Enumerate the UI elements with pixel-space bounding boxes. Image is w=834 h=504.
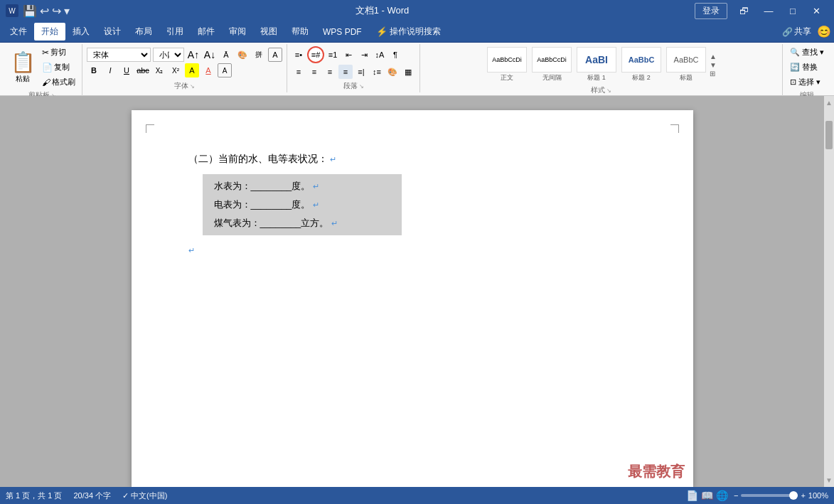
style-heading2[interactable]: AaBbC 标题 2: [620, 45, 663, 84]
select-dropdown-icon[interactable]: ▾: [816, 77, 820, 87]
menu-operations-icon[interactable]: ⚡ 操作说明搜索: [369, 23, 448, 41]
print-layout-icon[interactable]: 📄: [686, 490, 698, 501]
phonetic-icon[interactable]: 拼: [252, 48, 266, 62]
clipboard-sub-buttons: ✂ 剪切 📄 复制 🖌 格式刷: [40, 45, 77, 89]
align-left-button[interactable]: ≡: [292, 65, 306, 79]
language-indicator[interactable]: ✓ 中文(中国): [122, 490, 167, 501]
document-page[interactable]: （二）当前的水、电等表状况： ↵ 水表为：________度。 ↵ 电表为：__…: [132, 110, 693, 487]
copy-button[interactable]: 📄 复制: [40, 60, 77, 74]
sort-button[interactable]: ↕A: [373, 48, 387, 62]
close-button[interactable]: ✕: [806, 3, 828, 18]
shading-button[interactable]: 🎨: [385, 65, 400, 79]
content-block[interactable]: 水表为：________度。 ↵ 电表为：________度。 ↵ 煤气表为：_…: [203, 174, 402, 235]
cut-button[interactable]: ✂ 剪切: [40, 45, 77, 59]
save-qs-icon[interactable]: 💾: [23, 4, 37, 18]
border-font-icon[interactable]: A: [268, 48, 282, 62]
styles-scroll-up[interactable]: ▲: [710, 53, 717, 60]
menu-home[interactable]: 开始: [34, 23, 65, 41]
menu-view[interactable]: 视图: [253, 23, 284, 41]
zoom-slider[interactable]: [741, 494, 798, 497]
zoom-slider-thumb[interactable]: [789, 491, 798, 500]
scroll-thumb[interactable]: [825, 121, 833, 149]
bullets-button[interactable]: ≡•: [292, 48, 306, 62]
distributed-button[interactable]: ≡|: [354, 65, 368, 79]
style-heading1[interactable]: AaBI 标题 1: [575, 45, 618, 84]
highlight-button[interactable]: A: [185, 63, 199, 77]
redo-qs-icon[interactable]: ↪: [52, 4, 61, 18]
find-dropdown-icon[interactable]: ▾: [820, 48, 824, 57]
zoom-out-icon[interactable]: −: [734, 491, 738, 500]
copy-icon: 📄: [42, 63, 53, 73]
paragraph-expand-icon[interactable]: ↘: [359, 83, 364, 90]
numbering-button[interactable]: ≡1: [326, 48, 340, 62]
subscript-button[interactable]: X₂: [152, 63, 166, 77]
login-button[interactable]: 登录: [695, 3, 727, 19]
superscript-button[interactable]: X²: [169, 63, 183, 77]
edit-controls: 🔍 查找 ▾ 🔄 替换 ⊡ 选择 ▾: [787, 45, 827, 89]
menu-review[interactable]: 审阅: [222, 23, 253, 41]
menu-help[interactable]: 帮助: [284, 23, 316, 41]
menu-references[interactable]: 引用: [159, 23, 191, 41]
font-controls: 宋体 小四 A↑ A↓ Ā 🎨 拼 A B I: [87, 48, 282, 77]
share-button[interactable]: 🔗 共享: [782, 26, 811, 38]
menu-insert[interactable]: 插入: [65, 23, 97, 41]
word-app-icon: W: [6, 4, 18, 17]
paste-button[interactable]: 📋 粘贴: [7, 49, 38, 86]
replace-button[interactable]: 🔄 替换: [787, 60, 827, 74]
document-scroll[interactable]: （二）当前的水、电等表状况： ↵ 水表为：________度。 ↵ 电表为：__…: [0, 96, 824, 487]
para-row1: ≡• ≡# ≡1 ⇤ ⇥ ↕A ¶: [292, 46, 415, 63]
style-no-spacing[interactable]: AaBbCcDi 无间隔: [530, 45, 573, 84]
find-button[interactable]: 🔍 查找 ▾: [787, 45, 827, 59]
web-layout-icon[interactable]: 🌐: [716, 490, 728, 501]
style-title-preview: AaBbC: [666, 47, 706, 73]
font-color-icon[interactable]: 🎨: [235, 48, 250, 62]
scroll-up-arrow[interactable]: ▲: [825, 96, 833, 107]
menu-wps-pdf[interactable]: WPS PDF: [316, 24, 369, 40]
underline-button[interactable]: U: [119, 63, 134, 77]
styles-scroll-down[interactable]: ▼: [710, 61, 717, 69]
format-painter-button[interactable]: 🖌 格式刷: [40, 75, 77, 89]
styles-expand[interactable]: ⊞: [710, 70, 717, 77]
qs-customize-icon[interactable]: ▾: [64, 4, 70, 18]
bold-button[interactable]: B: [87, 63, 101, 77]
menu-design[interactable]: 设计: [97, 23, 128, 41]
maximize-button[interactable]: □: [781, 3, 804, 18]
font-shrink-button[interactable]: A↓: [203, 48, 217, 62]
italic-button[interactable]: I: [103, 63, 117, 77]
read-mode-icon[interactable]: 📖: [701, 490, 713, 501]
align-center-button[interactable]: ≡: [307, 65, 321, 79]
style-title[interactable]: AaBbC 标题: [665, 45, 707, 84]
decrease-indent-button[interactable]: ⇤: [341, 48, 355, 62]
menu-search-area: 🔗 共享 😊: [782, 25, 831, 38]
scroll-down-arrow[interactable]: ▼: [825, 476, 833, 487]
font-grow-button[interactable]: A↑: [186, 48, 201, 62]
menu-mail[interactable]: 邮件: [191, 23, 222, 41]
font-size-select[interactable]: 小四: [153, 48, 184, 62]
borders-button[interactable]: ▦: [401, 65, 415, 79]
zoom-in-icon[interactable]: +: [801, 491, 805, 500]
minimize-button[interactable]: —: [757, 3, 780, 18]
strikethrough-button[interactable]: abc: [136, 63, 150, 77]
line-spacing-button[interactable]: ↕≡: [370, 65, 384, 79]
menu-file[interactable]: 文件: [3, 23, 34, 41]
font-color-button[interactable]: A: [201, 63, 215, 77]
vertical-scrollbar[interactable]: ▲ ▼: [824, 96, 834, 487]
multilevel-list-button[interactable]: ≡#: [307, 46, 324, 63]
page-corner-top-left: [146, 124, 154, 133]
font-name-select[interactable]: 宋体: [87, 48, 151, 62]
quick-access-toolbar: 💾 ↩ ↪ ▾: [23, 4, 70, 18]
char-border-button[interactable]: A: [218, 63, 232, 77]
menu-layout[interactable]: 布局: [128, 23, 159, 41]
select-button[interactable]: ⊡ 选择 ▾: [787, 75, 827, 89]
show-marks-button[interactable]: ¶: [388, 48, 402, 62]
font-expand-icon[interactable]: ↘: [190, 83, 195, 90]
justify-button[interactable]: ≡: [338, 65, 353, 79]
clear-format-button[interactable]: Ā: [219, 48, 233, 62]
increase-indent-button[interactable]: ⇥: [357, 48, 371, 62]
style-normal[interactable]: AaBbCcDi 正文: [486, 45, 528, 84]
align-right-button[interactable]: ≡: [323, 65, 337, 79]
styles-expand-icon[interactable]: ↘: [606, 87, 611, 94]
undo-qs-icon[interactable]: ↩: [40, 4, 49, 18]
restore-button[interactable]: 🗗: [733, 3, 756, 18]
smiley-icon[interactable]: 😊: [817, 25, 831, 38]
